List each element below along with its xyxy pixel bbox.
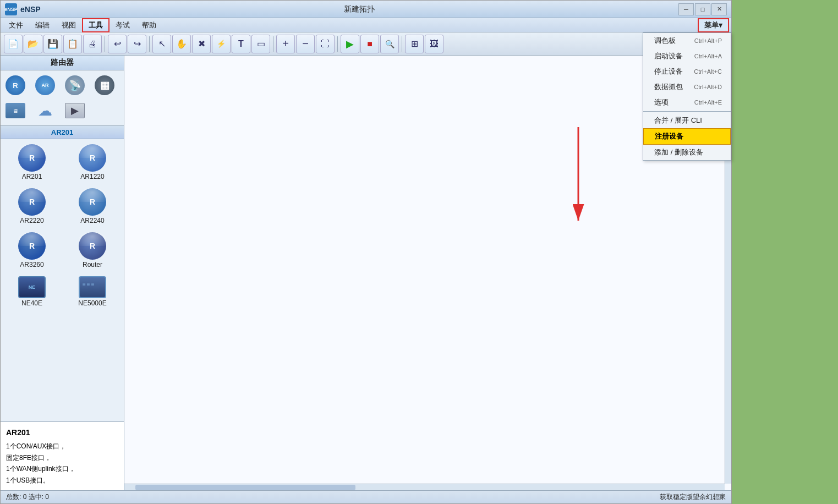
ar3260-label: AR3260 [20,261,43,269]
menu-palette[interactable]: 调色板 Ctrl+Alt+P [643,33,731,48]
canvas-area[interactable] [124,56,731,490]
menu-bar: 文件 编辑 视图 工具 考试 帮助 菜单▾ 调色板 Ctrl+Alt+P 启动设… [1,18,731,32]
sidebar-icon-router1[interactable]: R [4,74,27,97]
open-button[interactable]: 📂 [24,35,42,53]
menu-edit[interactable]: 编辑 [29,19,56,32]
menu-add-remove-device[interactable]: 添加 / 删除设备 [643,145,731,160]
description-panel: AR201 1个CON/AUX接口， 固定8FE接口， 1个WAN侧uplink… [1,421,124,490]
menu-start-device[interactable]: 启动设备 Ctrl+Alt+A [643,48,731,64]
status-count: 总数: 0 选中: 0 [6,492,49,502]
router2-icon: AR [35,75,55,95]
device-grid: R AR201 R AR1220 R AR2220 [3,141,122,310]
move-button[interactable]: ✋ [172,35,191,53]
maximize-button[interactable]: □ [695,3,710,15]
menu-view[interactable]: 视图 [56,19,82,32]
menu-options[interactable]: 选项 Ctrl+Alt+E [643,95,731,110]
rect-button[interactable]: ▭ [251,35,270,53]
ar2220-icon: R [18,188,46,216]
arrow-icon: ▶ [65,103,85,118]
menu-register-device[interactable]: 注册设备 [643,128,731,145]
sidebar-icon-grid[interactable]: ▦ [93,74,116,97]
toolbar-sep-5 [402,36,402,52]
menu-stop-device[interactable]: 停止设备 Ctrl+Alt+C [643,64,731,79]
menu-sep-1 [643,111,731,112]
menu-tools[interactable]: 工具 [82,18,109,32]
category-header: 路由器 [1,56,124,70]
device-ar2240[interactable]: R AR2240 [63,185,122,227]
stop-button[interactable]: ■ [360,35,379,53]
ne40e-label: NE40E [21,299,42,307]
menu-file[interactable]: 文件 [3,19,29,32]
save-button[interactable]: 💾 [43,35,62,53]
menu-help[interactable]: 帮助 [136,19,162,32]
minimize-button[interactable]: ─ [678,3,694,15]
close-button[interactable]: ✕ [711,3,727,15]
device-ne40e[interactable]: NE NE40E [3,273,61,310]
device-ar2220[interactable]: R AR2220 [3,185,61,227]
capture-button[interactable]: 🔍 [380,35,399,53]
picture-button[interactable]: 🖼 [425,35,443,53]
sidebar-icon-router2[interactable]: AR [34,74,57,97]
select-button[interactable]: ↖ [152,35,171,53]
delete-button[interactable]: ✖ [192,35,211,53]
redo-button[interactable]: ↪ [128,35,146,53]
ar1220-icon: R [79,144,106,172]
sidebar-icon-monitor[interactable]: 🖥 [4,99,27,122]
menu-capture-pkg[interactable]: 数据抓包 Ctrl+Alt+D [643,79,731,95]
device-ar3260[interactable]: R AR3260 [3,229,61,271]
title-bar: eNSP eNSP 新建拓扑 ─ □ ✕ [1,1,731,18]
saveas-button[interactable]: 📋 [63,35,82,53]
ar201-icon: R [18,144,46,172]
toolbar-sep-3 [273,36,273,52]
topology-button[interactable]: ⊞ [405,35,424,53]
device-list[interactable]: R AR201 R AR1220 R AR2220 [1,139,124,421]
ar201-label: AR201 [22,173,42,180]
fit-button[interactable]: ⛶ [316,35,335,53]
zoom-out-button[interactable]: − [296,35,315,53]
main-window: eNSP eNSP 新建拓扑 ─ □ ✕ 文件 编辑 视图 工具 考试 帮助 菜… [0,0,732,504]
desc-text: 1个CON/AUX接口， 固定8FE接口， 1个WAN侧uplink接口， 1个… [6,441,118,486]
connect-button[interactable]: ⚡ [212,35,231,53]
grid-icon: ▦ [95,75,114,95]
menu-button[interactable]: 菜单▾ [698,18,729,32]
title-bar-left: eNSP eNSP [5,3,41,15]
ar2220-label: AR2220 [20,217,43,224]
desktop-background [732,0,838,504]
toolbar-sep-1 [105,36,105,52]
toolbar-sep-4 [337,36,338,52]
wireless-icon: 📡 [65,75,85,95]
device-ar201[interactable]: R AR201 [3,141,61,183]
zoom-in-button[interactable]: + [276,35,295,53]
canvas-inner [124,56,731,490]
content-area: 路由器 R AR 📡 ▦ 🖥 [1,56,731,490]
menu-merge-cli[interactable]: 合并 / 展开 CLI [643,113,731,128]
device-router[interactable]: R Router [63,229,122,271]
undo-button[interactable]: ↩ [108,35,127,53]
tools-menu-panel: 调色板 Ctrl+Alt+P 启动设备 Ctrl+Alt+A 停止设备 Ctrl… [643,32,731,161]
app-logo-text: eNSP [4,7,18,12]
h-scrollbar-thumb[interactable] [135,485,355,490]
new-button[interactable]: 📄 [4,35,23,53]
router-label: Router [83,261,102,269]
menu-exam[interactable]: 考试 [109,19,136,32]
sidebar-icon-arrow[interactable]: ▶ [63,99,86,122]
ar2240-label: AR2240 [80,217,104,224]
print-button[interactable]: 🖨 [83,35,102,53]
toolbar: 📄 📂 💾 📋 🖨 ↩ ↪ ↖ ✋ ✖ ⚡ T ▭ + − ⛶ ▶ ■ 🔍 ⊞ [1,32,731,56]
app-name: eNSP [20,5,41,14]
ne40e-icon: NE [18,276,46,298]
window-controls: ─ □ ✕ [678,3,727,15]
status-right: 获取稳定版望余幻想家 [660,492,726,502]
desc-title: AR201 [6,426,118,439]
device-ar1220[interactable]: R AR1220 [63,141,122,183]
horizontal-scrollbar[interactable] [124,484,725,490]
tools-dropdown: 调色板 Ctrl+Alt+P 启动设备 Ctrl+Alt+A 停止设备 Ctrl… [643,32,731,161]
router-icon: R [79,232,106,260]
sidebar-icon-wireless[interactable]: 📡 [63,74,86,97]
sidebar-icon-cloud[interactable]: ☁ [34,99,57,122]
device-ne5000e[interactable]: NE5000E [63,273,122,310]
monitor-icon: 🖥 [6,103,25,118]
play-button[interactable]: ▶ [341,35,359,53]
text-button[interactable]: T [232,35,250,53]
ar1220-label: AR1220 [80,173,104,180]
